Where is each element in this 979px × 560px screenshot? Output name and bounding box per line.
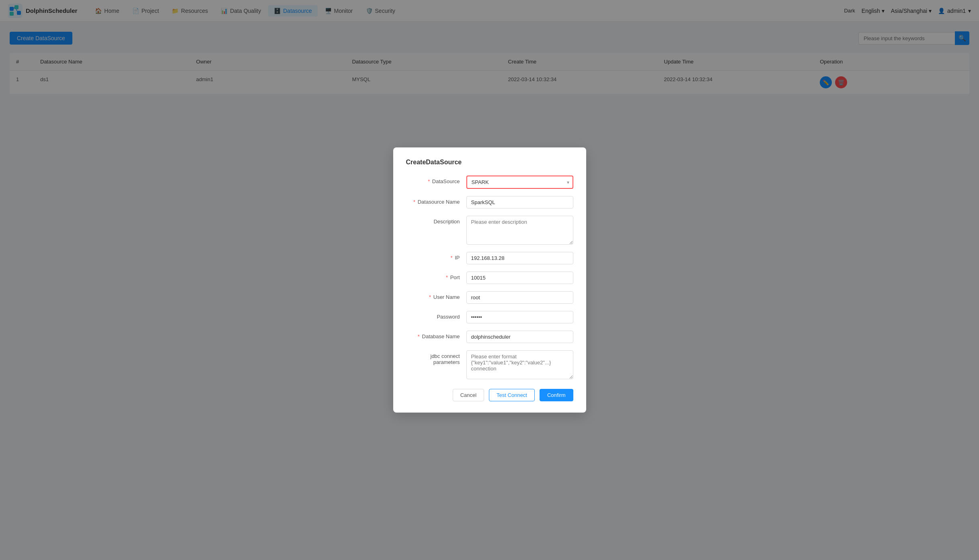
- password-input[interactable]: [466, 311, 573, 323]
- datasource-select-wrap: MYSQL POSTGRESQL HIVE SPARK CLICKHOUSE O…: [466, 176, 573, 189]
- required-mark: *: [451, 255, 453, 261]
- datasource-name-input[interactable]: [466, 196, 573, 208]
- dbname-label: * Database Name: [406, 331, 466, 339]
- name-label: * Datasource Name: [406, 196, 466, 205]
- form-row-ip: * IP: [406, 252, 573, 264]
- description-label: Description: [406, 216, 466, 225]
- jdbc-label: jdbc connect parameters: [406, 350, 466, 365]
- password-label: Password: [406, 311, 466, 320]
- description-textarea[interactable]: [466, 216, 573, 245]
- modal-overlay[interactable]: CreateDataSource * DataSource MYSQL POST…: [0, 0, 979, 560]
- datasource-label: * DataSource: [406, 176, 466, 184]
- username-label: * User Name: [406, 291, 466, 300]
- main-content: Create DataSource 🔍 # Datasource Name Ow…: [0, 22, 979, 560]
- form-row-name: * Datasource Name: [406, 196, 573, 208]
- required-mark: *: [428, 178, 430, 184]
- datasource-select[interactable]: MYSQL POSTGRESQL HIVE SPARK CLICKHOUSE O…: [466, 176, 573, 189]
- form-row-port: * Port: [406, 272, 573, 284]
- username-input[interactable]: [466, 291, 573, 304]
- form-row-datasource: * DataSource MYSQL POSTGRESQL HIVE SPARK…: [406, 176, 573, 189]
- required-mark: *: [446, 274, 448, 280]
- port-input[interactable]: [466, 272, 573, 284]
- ip-label: * IP: [406, 252, 466, 261]
- modal-footer: Cancel Test Connect Confirm: [406, 389, 573, 401]
- required-mark: *: [413, 199, 415, 205]
- create-datasource-modal: CreateDataSource * DataSource MYSQL POST…: [393, 147, 586, 413]
- required-mark: *: [418, 333, 420, 339]
- form-row-jdbc: jdbc connect parameters: [406, 350, 573, 379]
- ip-input[interactable]: [466, 252, 573, 264]
- test-connect-button[interactable]: Test Connect: [489, 389, 535, 401]
- jdbc-textarea[interactable]: [466, 350, 573, 379]
- cancel-button[interactable]: Cancel: [453, 389, 484, 401]
- form-row-description: Description: [406, 216, 573, 245]
- confirm-button[interactable]: Confirm: [540, 389, 573, 401]
- port-label: * Port: [406, 272, 466, 280]
- form-row-password: Password: [406, 311, 573, 323]
- modal-title: CreateDataSource: [406, 159, 573, 166]
- form-row-dbname: * Database Name: [406, 331, 573, 343]
- required-mark: *: [429, 294, 431, 300]
- form-row-username: * User Name: [406, 291, 573, 304]
- dbname-input[interactable]: [466, 331, 573, 343]
